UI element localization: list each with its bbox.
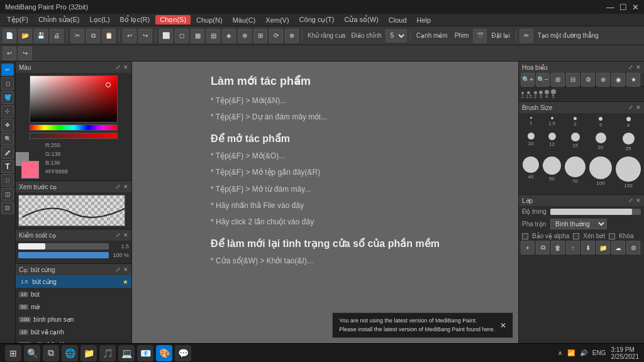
redo-btn[interactable]: ↪	[138, 29, 152, 43]
tool-btn-9[interactable]: ⊗	[285, 29, 299, 43]
new-file-btn[interactable]: 📄	[3, 29, 16, 43]
hoa-btn7[interactable]: ◉	[611, 73, 625, 87]
tool-btn-3[interactable]: ▦	[191, 29, 204, 43]
menu-item-tools[interactable]: Công cụ(T)	[295, 15, 339, 25]
merge-layer-btn[interactable]: ⬇	[581, 241, 595, 255]
dot-1[interactable]: 1	[521, 92, 524, 99]
canvas-content[interactable]: Làm mới tác phẩm * Tệp(&F) > Mới(&N)... …	[132, 62, 518, 343]
add-layer-btn[interactable]: +	[521, 241, 535, 255]
menu-item-extrafilter[interactable]: Bổ lọc(R)	[116, 15, 155, 25]
pen-icon[interactable]: ✏	[519, 29, 533, 43]
tool-btn-1[interactable]: ⬜	[159, 29, 173, 43]
brush-tool[interactable]: ✏	[1, 63, 14, 76]
tool-btn-5[interactable]: ◈	[222, 29, 236, 43]
menu-item-edit[interactable]: Chỉnh sửa(E)	[34, 15, 84, 25]
size-cell-70[interactable]: 70	[564, 155, 587, 192]
start-btn[interactable]: ⊞	[5, 345, 21, 361]
folder-layer-btn[interactable]: 📁	[596, 241, 610, 255]
search-btn[interactable]: 🔍	[24, 345, 40, 361]
maximize-btn[interactable]: ☐	[619, 3, 627, 12]
hoa-btn6[interactable]: ⊕	[596, 73, 610, 87]
menu-item-help[interactable]: Help	[413, 16, 436, 25]
zoom-tool[interactable]: 🔍	[1, 133, 14, 145]
size-slider[interactable]	[18, 243, 109, 250]
select-tool[interactable]: ⊹	[1, 105, 14, 118]
brush-item-4[interactable]: 10 bút vẽ cạnh	[16, 326, 131, 338]
save-btn[interactable]: 💾	[34, 29, 48, 43]
hoa-btn3[interactable]: ⊞	[551, 73, 565, 87]
move-layer-up-btn[interactable]: ↑	[566, 241, 580, 255]
film-icon[interactable]: 🎬	[473, 29, 487, 43]
opacity-bar[interactable]	[30, 133, 118, 139]
eraser-tool[interactable]: ◻	[1, 77, 14, 90]
size-cell-2[interactable]: 1.5	[541, 116, 562, 130]
tool-btn-7[interactable]: ⊞	[253, 29, 267, 43]
copy-btn[interactable]: ⧉	[86, 29, 100, 43]
minimize-btn[interactable]: —	[606, 3, 614, 12]
lock-checkbox[interactable]	[609, 233, 615, 239]
move-tool[interactable]: ✥	[1, 119, 14, 131]
bs-close-icon[interactable]: ✕	[636, 104, 641, 111]
tool-btn-2[interactable]: ◻	[175, 29, 189, 43]
size-cell-1[interactable]: 1	[521, 116, 540, 130]
size-cell-10[interactable]: 10	[521, 131, 540, 154]
size-cell-100[interactable]: 100	[588, 155, 613, 192]
notification-close-btn[interactable]: ✕	[500, 321, 506, 330]
size-cell-12[interactable]: 12	[541, 131, 562, 154]
size-cell-25[interactable]: 25	[614, 131, 642, 154]
task-view-btn[interactable]: ⧉	[43, 345, 59, 361]
dot-5[interactable]: 4	[545, 90, 549, 99]
shape-tool[interactable]: □	[1, 174, 14, 187]
settings-layer-btn[interactable]: ⚙	[626, 241, 640, 255]
files-btn[interactable]: 📁	[80, 345, 97, 361]
dot-4[interactable]: 3	[539, 90, 543, 99]
fill-tool[interactable]: 🪣	[1, 91, 14, 104]
open-btn[interactable]: 📂	[18, 29, 32, 43]
brush-ctrl-close-icon[interactable]: ✕	[123, 232, 128, 238]
layer-opacity-bar[interactable]	[550, 209, 641, 215]
menu-item-filter[interactable]: Lọc(L)	[86, 15, 114, 25]
text-tool[interactable]: T	[1, 160, 14, 173]
dot-6[interactable]: 5	[551, 89, 556, 99]
dot-2[interactable]: 1.5	[526, 91, 532, 99]
menu-item-view[interactable]: Xem(V)	[261, 16, 293, 25]
size-cell-50[interactable]: 50	[541, 155, 562, 192]
size-cell-3[interactable]: 2	[564, 116, 587, 130]
menu-item-select[interactable]: Chọn(S)	[155, 15, 191, 25]
hoa-btn5[interactable]: ⚙	[581, 73, 595, 87]
tool-btn-8[interactable]: ⟳	[269, 29, 283, 43]
size-cell-20[interactable]: 20	[588, 131, 613, 154]
fg-color-swatch[interactable]	[21, 161, 39, 178]
paste-btn[interactable]: 📋	[102, 29, 116, 43]
size-cell-15[interactable]: 15	[564, 131, 587, 154]
size-cell-4[interactable]: 3	[588, 116, 613, 130]
app-btn[interactable]: 🎨	[156, 345, 172, 361]
mail-btn[interactable]: 📧	[137, 345, 153, 361]
zoom-out-btn[interactable]: 🔍−	[536, 73, 550, 87]
show-hidden-btn[interactable]: ∧	[558, 349, 562, 356]
cloud-layer-btn[interactable]: ☁	[611, 241, 625, 255]
preview-close-icon[interactable]: ✕	[123, 184, 128, 190]
close-btn[interactable]: ✕	[632, 3, 639, 12]
opacity-slider[interactable]	[18, 252, 109, 258]
alpha-protect-checkbox[interactable]	[522, 233, 528, 239]
cut-btn[interactable]: ✂	[70, 29, 84, 43]
redo2-btn[interactable]: ↪	[18, 47, 32, 60]
brush-ctrl-expand-icon[interactable]: ⤢	[116, 232, 121, 238]
menu-item-chup[interactable]: Chup(N)	[192, 16, 227, 25]
color-close-icon[interactable]: ✕	[123, 64, 128, 70]
brush-list-close-icon[interactable]: ✕	[123, 266, 128, 273]
brush-item-1[interactable]: 10 bút	[16, 288, 131, 300]
store-btn[interactable]: 💻	[118, 345, 135, 361]
eyedropper-tool[interactable]: 💉	[1, 146, 14, 159]
clip-checkbox[interactable]	[573, 233, 579, 239]
title-controls[interactable]: — ☐ ✕	[606, 3, 639, 12]
dot-3[interactable]: 2	[534, 91, 537, 99]
chat-btn[interactable]: 💬	[175, 345, 191, 361]
brush-item-2[interactable]: 50 mờ	[16, 300, 131, 313]
brush-item-5[interactable]: 100 nét phân tán	[16, 338, 131, 343]
color-expand-icon[interactable]: ⤢	[116, 64, 121, 70]
menu-item-window[interactable]: Cửa sổ(W)	[340, 15, 382, 25]
size-cell-5[interactable]: 4	[614, 116, 642, 130]
brush-list-expand-icon[interactable]: ⤢	[116, 266, 121, 273]
